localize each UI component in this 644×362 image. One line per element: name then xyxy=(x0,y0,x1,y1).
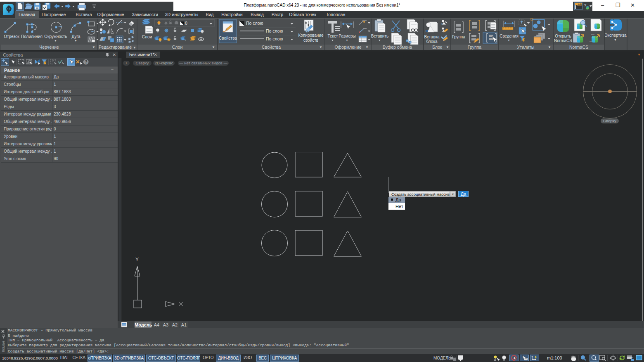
svg-text:?: ? xyxy=(584,3,586,8)
svg-text:Коман: Коман xyxy=(1,341,5,352)
svg-text:z: z xyxy=(185,38,186,42)
svg-text:0: 0 xyxy=(185,21,187,26)
svg-text:?: ? xyxy=(85,60,88,64)
